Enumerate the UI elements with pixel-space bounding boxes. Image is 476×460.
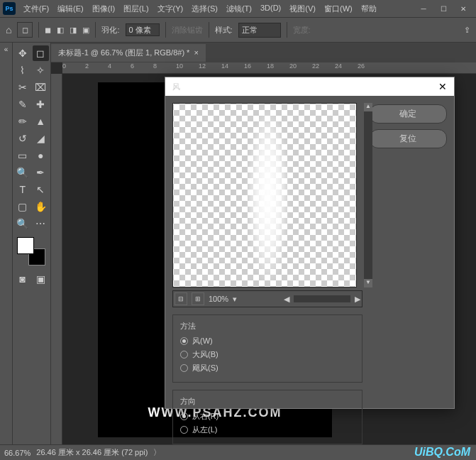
wind-dialog: 风 ✕ ▲ ▼ ⊟ ⊞ 100% ▾ ◀ ▶ [165,77,455,409]
brush-tool[interactable]: ✏ [14,114,31,129]
preview-box[interactable] [172,103,357,288]
menu-window[interactable]: 窗口(W) [321,1,356,16]
tool-preset-picker[interactable]: ◻ [17,22,33,38]
eyedropper-tool[interactable]: ✎ [14,97,31,112]
scroll-left-icon[interactable]: ◀ [284,295,289,304]
foreground-color[interactable] [17,237,34,254]
radio-from-left-label: 从左(L) [192,425,217,435]
history-brush-tool[interactable]: ↺ [14,131,31,146]
shape-tool[interactable]: ▢ [14,199,31,214]
quickmask-tool[interactable]: ◙ [14,271,31,287]
more-tools[interactable]: ⋯ [33,216,50,231]
stamp-tool[interactable]: ▲ [33,114,50,129]
radio-hurricane[interactable]: 飓风(S) [180,361,355,375]
crop-tool[interactable]: ✂ [14,80,31,95]
preview-scrollbar-h[interactable] [294,295,350,302]
ok-button[interactable]: 确定 [370,104,447,124]
pen-tool[interactable]: ✒ [33,165,50,180]
color-swatches[interactable] [17,237,45,265]
menu-file[interactable]: 文件(F) [20,1,52,16]
type-tool[interactable]: T [14,182,31,197]
status-zoom[interactable]: 66.67% [4,449,31,457]
ruler-tick: 26 [358,62,380,73]
preview-zoom: 100% [209,295,228,303]
document-tabs: 未标题-1 @ 66.7% (图层 1, RGB/8#) * × [51,43,476,62]
status-info[interactable]: 26.46 厘米 x 26.46 厘米 (72 ppi) [36,447,148,458]
scroll-up-icon[interactable]: ▲ [364,103,372,111]
radio-icon [180,351,188,358]
app-logo: Ps [3,2,16,15]
screenmode-tool[interactable]: ▣ [33,271,50,287]
zoom-tool[interactable]: 🔍 [14,216,31,231]
width-label: 宽度: [293,25,311,35]
lasso-tool[interactable]: ⌇ [14,62,31,78]
cancel-button[interactable]: 复位 [370,129,447,148]
selection-add-icon[interactable]: ◧ [57,26,64,35]
radio-hurricane-label: 飓风(S) [192,363,218,373]
radio-icon [180,412,188,420]
radio-from-left[interactable]: 从左(L) [180,423,355,437]
selection-subtract-icon[interactable]: ◨ [70,26,77,35]
path-select-tool[interactable]: ↖ [33,182,50,197]
menu-type[interactable]: 文字(Y) [154,1,187,16]
menu-bar: 文件(F) 编辑(E) 图像(I) 图层(L) 文字(Y) 选择(S) 滤镜(T… [20,1,380,16]
share-icon[interactable]: ⇪ [464,26,470,35]
radio-wind[interactable]: 风(W) [180,334,355,348]
menu-filter[interactable]: 滤镜(T) [223,1,255,16]
marquee-tool[interactable]: ◻ [33,45,50,61]
document-tab[interactable]: 未标题-1 @ 66.7% (图层 1, RGB/8#) * × [51,44,206,62]
zoom-out-button[interactable]: ⊟ [175,292,187,305]
menu-3d[interactable]: 3D(D) [257,1,284,16]
dialog-close-icon[interactable]: ✕ [438,81,447,92]
menu-image[interactable]: 图像(I) [89,1,118,16]
scroll-right-icon[interactable]: ▶ [355,295,360,304]
ruler-tick: 24 [335,62,358,73]
selection-intersect-icon[interactable]: ▣ [82,26,89,35]
status-chevron-icon[interactable]: 〉 [153,447,161,458]
dodge-tool[interactable]: 🔍 [14,165,31,180]
feather-input[interactable] [126,23,160,36]
hand-tool[interactable]: ✋ [33,199,50,214]
gradient-tool[interactable]: ▭ [14,148,31,163]
zoom-in-button[interactable]: ⊞ [192,292,204,305]
close-button[interactable]: ✕ [453,1,473,16]
tab-title: 未标题-1 @ 66.7% (图层 1, RGB/8#) * [58,48,189,58]
zoom-dropdown-icon[interactable]: ▾ [233,295,237,304]
style-select[interactable]: 正常 [238,23,281,38]
collapse-left-icon[interactable]: « [0,45,12,53]
heal-tool[interactable]: ✚ [33,97,50,112]
preview-content [246,104,290,287]
menu-help[interactable]: 帮助 [358,1,380,16]
menu-layer[interactable]: 图层(L) [120,1,152,16]
menu-view[interactable]: 视图(V) [286,1,319,16]
separator [95,22,96,38]
toolbox: ✥◻ ⌇✧ ✂⌧ ✎✚ ✏▲ ↺◢ ▭● 🔍✒ T↖ ▢✋ 🔍⋯ ◙▣ [13,43,51,444]
maximize-button[interactable]: ☐ [433,1,453,16]
preview-scrollbar-v[interactable]: ▲ ▼ [364,103,372,288]
ruler-tick: 4 [108,62,131,73]
dialog-title-bar[interactable]: 风 ✕ [165,77,454,96]
scroll-down-icon[interactable]: ▼ [364,279,372,288]
magic-wand-tool[interactable]: ✧ [33,62,50,78]
move-tool[interactable]: ✥ [14,45,31,61]
frame-tool[interactable]: ⌧ [33,80,50,95]
separator [209,22,209,38]
radio-bigwind-label: 大风(B) [192,349,218,360]
radio-icon [180,426,188,434]
blur-tool[interactable]: ● [33,148,50,163]
tab-close-icon[interactable]: × [194,48,198,57]
menu-edit[interactable]: 编辑(E) [54,1,87,16]
direction-label: 方向 [180,396,355,407]
radio-from-right[interactable]: 从右(R) [180,410,355,423]
home-icon[interactable]: ⌂ [6,24,11,35]
eraser-tool[interactable]: ◢ [33,131,50,146]
feather-label: 羽化: [101,25,119,35]
radio-bigwind[interactable]: 大风(B) [180,348,355,361]
ruler-tick: 18 [267,62,289,73]
dialog-title: 风 [172,82,180,92]
ruler-tick: 22 [312,62,335,73]
minimize-button[interactable]: ─ [414,1,433,16]
menu-select[interactable]: 选择(S) [188,1,221,16]
selection-new-icon[interactable]: ◼ [45,26,51,35]
ruler-tick: 16 [244,62,267,73]
